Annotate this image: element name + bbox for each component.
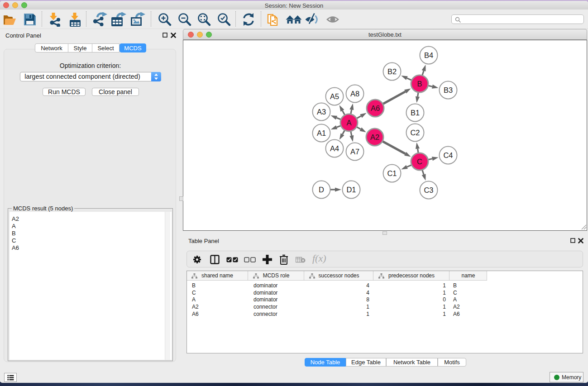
svg-text:B4: B4 — [424, 51, 433, 59]
svg-text:A: A — [346, 119, 351, 127]
svg-text:A5: A5 — [330, 92, 339, 100]
svg-text:A1: A1 — [317, 129, 326, 137]
svg-text:C: C — [417, 157, 422, 166]
svg-text:B3: B3 — [444, 86, 453, 94]
svg-text:A7: A7 — [350, 148, 359, 156]
svg-text:C2: C2 — [410, 129, 420, 137]
svg-text:B1: B1 — [411, 109, 420, 117]
svg-text:C3: C3 — [424, 186, 433, 194]
svg-text:A6: A6 — [371, 104, 380, 112]
svg-text:A2: A2 — [370, 133, 379, 141]
svg-text:B: B — [417, 80, 422, 88]
svg-text:D1: D1 — [346, 186, 356, 194]
svg-text:D: D — [319, 186, 324, 194]
svg-text:A8: A8 — [350, 90, 359, 98]
svg-text:C1: C1 — [387, 169, 397, 177]
svg-text:C4: C4 — [443, 151, 453, 159]
svg-text:A3: A3 — [317, 108, 326, 116]
svg-text:B2: B2 — [387, 67, 397, 76]
svg-text:A4: A4 — [330, 144, 339, 152]
